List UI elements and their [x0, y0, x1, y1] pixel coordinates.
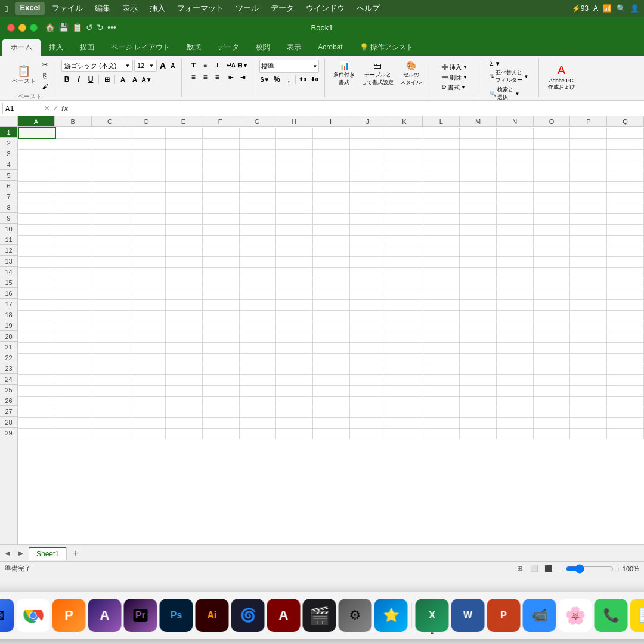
cell-K11[interactable]	[386, 235, 423, 246]
menu-view[interactable]: 表示	[117, 2, 143, 15]
cell-O11[interactable]	[533, 235, 570, 246]
copy-button[interactable]: ⎘	[40, 71, 50, 80]
cell-Q7[interactable]	[607, 192, 644, 203]
menu-excel[interactable]: Excel	[15, 2, 45, 15]
cell-M4[interactable]	[460, 160, 497, 171]
cell-C9[interactable]	[92, 213, 129, 224]
cell-L22[interactable]	[423, 353, 460, 364]
cell-F18[interactable]	[202, 310, 239, 321]
cell-A28[interactable]	[18, 417, 55, 428]
cell-I19[interactable]	[312, 321, 349, 332]
cell-E14[interactable]	[166, 267, 203, 278]
cell-K15[interactable]	[386, 278, 423, 289]
cell-E25[interactable]	[166, 385, 203, 396]
cell-A18[interactable]	[18, 310, 55, 321]
cell-D10[interactable]	[129, 224, 166, 235]
cell-C27[interactable]	[92, 407, 129, 417]
cell-O15[interactable]	[533, 278, 570, 289]
cell-M25[interactable]	[460, 385, 497, 396]
cell-C21[interactable]	[92, 342, 129, 353]
cell-B21[interactable]	[55, 342, 92, 353]
cell-F8[interactable]	[202, 203, 239, 213]
cell-I16[interactable]	[312, 289, 349, 299]
italic-button[interactable]: I	[73, 74, 84, 85]
cell-A8[interactable]	[18, 203, 55, 213]
paste-button[interactable]: 📋 ペースト	[10, 64, 38, 86]
cell-G1[interactable]	[239, 128, 276, 138]
conditional-format-button[interactable]: 📊 条件付き書式	[331, 60, 357, 88]
cell-P25[interactable]	[570, 385, 607, 396]
cell-O12[interactable]	[533, 246, 570, 256]
cell-D11[interactable]	[129, 235, 166, 246]
cell-D18[interactable]	[129, 310, 166, 321]
cell-E16[interactable]	[166, 289, 203, 299]
cell-F29[interactable]	[202, 428, 239, 439]
cell-P23[interactable]	[570, 364, 607, 374]
cell-H12[interactable]	[276, 246, 313, 256]
cell-E15[interactable]	[166, 278, 203, 289]
cell-L10[interactable]	[423, 224, 460, 235]
font-effects-button[interactable]: A▼	[141, 74, 152, 85]
corner-cell[interactable]	[0, 116, 18, 127]
cell-G7[interactable]	[239, 192, 276, 203]
cell-E22[interactable]	[166, 353, 203, 364]
cell-B11[interactable]	[55, 235, 92, 246]
cell-M29[interactable]	[460, 428, 497, 439]
cell-H6[interactable]	[276, 181, 313, 192]
cell-L11[interactable]	[423, 235, 460, 246]
cell-N6[interactable]	[497, 181, 534, 192]
row-header-1[interactable]: 1	[0, 127, 17, 138]
underline-button[interactable]: U	[85, 74, 96, 85]
cell-N29[interactable]	[497, 428, 534, 439]
menu-tools[interactable]: ツール	[231, 2, 264, 15]
cell-C16[interactable]	[92, 289, 129, 299]
cell-K18[interactable]	[386, 310, 423, 321]
font-color-button[interactable]: A	[129, 74, 140, 85]
dock-mail[interactable]: ✉	[0, 599, 14, 632]
cell-styles-button[interactable]: 🎨 セルのスタイル	[398, 60, 424, 88]
row-header-6[interactable]: 6	[0, 181, 17, 191]
cell-B26[interactable]	[55, 396, 92, 407]
cell-M15[interactable]	[460, 278, 497, 289]
cell-G10[interactable]	[239, 224, 276, 235]
cell-G18[interactable]	[239, 310, 276, 321]
insert-function-button[interactable]: fx	[61, 104, 69, 113]
zoom-slider[interactable]	[566, 564, 614, 574]
decrease-indent-button[interactable]: ⇤	[225, 72, 236, 82]
row-header-26[interactable]: 26	[0, 395, 17, 406]
autosum-button[interactable]: Σ ▼	[488, 60, 530, 67]
cell-K19[interactable]	[386, 321, 423, 332]
cell-A10[interactable]	[18, 224, 55, 235]
cell-D14[interactable]	[129, 267, 166, 278]
row-header-2[interactable]: 2	[0, 138, 17, 148]
cell-Q22[interactable]	[607, 353, 644, 364]
cell-B17[interactable]	[55, 299, 92, 310]
align-top-button[interactable]: ⊤	[188, 60, 199, 70]
cell-Q13[interactable]	[607, 256, 644, 267]
cell-G6[interactable]	[239, 181, 276, 192]
dock-excel[interactable]: X	[416, 599, 449, 632]
cell-H2[interactable]	[276, 138, 313, 149]
cell-F2[interactable]	[202, 138, 239, 149]
cell-F12[interactable]	[202, 246, 239, 256]
cell-E13[interactable]	[166, 256, 203, 267]
cell-O23[interactable]	[533, 364, 570, 374]
borders-button[interactable]: ⊞	[101, 74, 112, 85]
cell-N9[interactable]	[497, 213, 534, 224]
cell-O10[interactable]	[533, 224, 570, 235]
cell-N10[interactable]	[497, 224, 534, 235]
cell-I23[interactable]	[312, 364, 349, 374]
cell-O14[interactable]	[533, 267, 570, 278]
menu-format[interactable]: フォーマット	[172, 2, 228, 15]
cell-A23[interactable]	[18, 364, 55, 374]
cell-P3[interactable]	[570, 149, 607, 160]
cell-J1[interactable]	[349, 128, 386, 138]
zoom-out-button[interactable]: −	[560, 565, 564, 572]
undo-icon[interactable]: ↺	[86, 23, 93, 32]
col-header-O[interactable]: O	[534, 116, 571, 126]
cell-B2[interactable]	[55, 138, 92, 149]
cell-L29[interactable]	[423, 428, 460, 439]
wrap-text-button[interactable]: ↵A	[225, 60, 236, 70]
cell-C10[interactable]	[92, 224, 129, 235]
cell-Q28[interactable]	[607, 417, 644, 428]
